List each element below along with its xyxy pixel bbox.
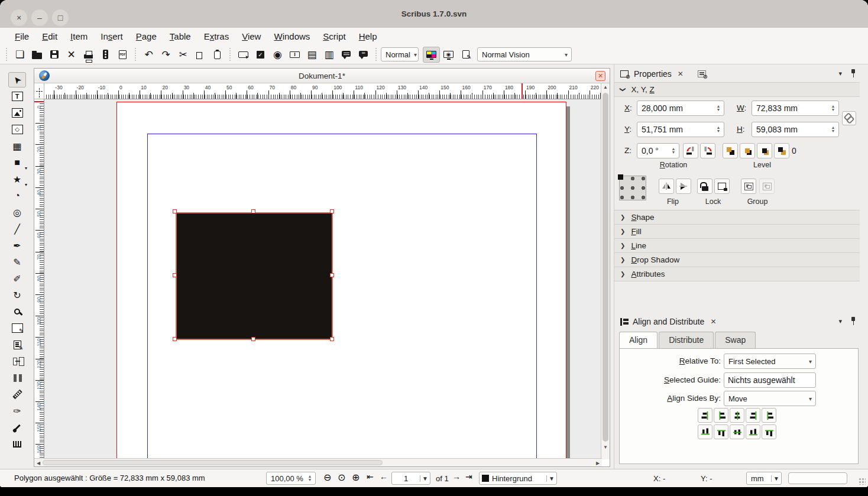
center-on-horizontal-axis-button[interactable] bbox=[730, 424, 744, 439]
vertical-scroll-thumb[interactable] bbox=[603, 93, 608, 442]
insert-line-tool[interactable]: ╱ bbox=[8, 221, 26, 236]
content-properties-tab-icon[interactable] bbox=[698, 70, 706, 77]
menu-view[interactable]: View bbox=[235, 28, 267, 45]
panel-menu-chevron-icon[interactable]: ▾ bbox=[838, 70, 842, 77]
link-annotation-button[interactable] bbox=[355, 47, 372, 63]
rotate-cw-button[interactable] bbox=[700, 143, 715, 158]
horizontal-scrollbar[interactable]: ◀ ▶ bbox=[34, 458, 602, 466]
spinner-arrows-icon[interactable]: ▲▼ bbox=[715, 101, 722, 115]
section-xyz-header[interactable]: ❯ X, Y, Z bbox=[614, 82, 860, 97]
toolbar-drag-handle[interactable] bbox=[134, 48, 138, 61]
lock-object-button[interactable] bbox=[697, 179, 712, 194]
horizontal-scroll-thumb[interactable] bbox=[43, 460, 383, 465]
panel-menu-chevron-icon[interactable]: ▾ bbox=[838, 317, 842, 325]
toolbar-drag-handle[interactable] bbox=[228, 48, 232, 61]
pin-panel-icon[interactable] bbox=[850, 69, 856, 77]
cut-button[interactable]: ✂ bbox=[174, 47, 192, 63]
pdf-list-box-button[interactable]: ▥ bbox=[320, 47, 338, 63]
scroll-down-icon[interactable]: ▼ bbox=[601, 445, 610, 450]
print-button[interactable] bbox=[80, 47, 97, 63]
insert-spiral-tool[interactable]: ◎ bbox=[8, 205, 26, 220]
vertical-scrollbar[interactable]: ▲ ▼ bbox=[601, 83, 610, 459]
flip-horizontal-button[interactable] bbox=[659, 179, 674, 194]
insert-arc-tool[interactable]: ◔ bbox=[8, 188, 26, 203]
menu-insert[interactable]: Insert bbox=[94, 28, 129, 45]
last-page-icon[interactable]: ⇥ bbox=[465, 472, 472, 481]
menu-file[interactable]: File bbox=[8, 28, 35, 45]
image-effects-mode-select[interactable]: Normal ▾ bbox=[381, 47, 419, 61]
zoom-out-icon[interactable]: ⊖ bbox=[323, 472, 331, 483]
measurements-tool[interactable] bbox=[8, 387, 26, 402]
align-right-to-left-of-anchor-button[interactable] bbox=[698, 408, 712, 423]
insert-image-frame-tool[interactable] bbox=[8, 105, 26, 121]
save-document-button[interactable] bbox=[46, 47, 63, 63]
tab-distribute[interactable]: Distribute bbox=[659, 332, 714, 348]
scroll-left-icon[interactable]: ◀ bbox=[35, 461, 41, 466]
menu-item[interactable]: Item bbox=[64, 28, 94, 45]
height-input[interactable]: 59,083 mm ▲▼ bbox=[752, 122, 839, 137]
align-bottom-edges-button[interactable] bbox=[746, 424, 760, 439]
keep-aspect-ratio-button[interactable] bbox=[842, 111, 856, 125]
text-annotation-button[interactable] bbox=[338, 47, 355, 63]
selection-handle[interactable] bbox=[173, 337, 177, 341]
pdf-combo-box-button[interactable]: ▤ bbox=[303, 47, 320, 63]
insert-calligraphic-line-tool[interactable]: ✐ bbox=[8, 271, 26, 286]
spinner-arrows-icon[interactable]: ▲▼ bbox=[830, 101, 837, 115]
vertical-ruler[interactable]: 0102030405060708090100110120130140150160 bbox=[34, 99, 44, 459]
select-item-tool[interactable]: ➤ bbox=[8, 72, 26, 87]
document-close-button[interactable]: ✕ bbox=[595, 71, 605, 81]
canvas[interactable] bbox=[44, 99, 602, 459]
preflight-verifier-button[interactable] bbox=[97, 47, 114, 63]
zoom-tool[interactable] bbox=[8, 304, 26, 319]
selection-handle[interactable] bbox=[251, 209, 255, 213]
rotate-ccw-button[interactable] bbox=[683, 143, 698, 158]
section-attributes-header[interactable]: ❯Attributes bbox=[614, 267, 860, 281]
selected-polygon-object[interactable] bbox=[176, 212, 333, 340]
edit-in-preview-mode-button[interactable] bbox=[457, 47, 474, 63]
menu-extras[interactable]: Extras bbox=[197, 28, 236, 45]
toggle-color-management-button[interactable] bbox=[423, 47, 440, 63]
page[interactable] bbox=[116, 102, 566, 459]
lock-size-button[interactable] bbox=[714, 179, 730, 194]
y-position-input[interactable]: 51,751 mm ▲▼ bbox=[637, 122, 724, 137]
rotate-item-tool[interactable]: ↻ bbox=[8, 287, 26, 303]
current-page-input[interactable]: 1 ▼ bbox=[391, 472, 430, 485]
document-title-bar[interactable]: Dokument-1* ✕ bbox=[34, 69, 610, 83]
export-pdf-button[interactable] bbox=[114, 47, 131, 63]
rotation-angle-input[interactable]: 0,0 ° ▲▼ bbox=[637, 143, 679, 158]
barcode-tool[interactable] bbox=[8, 436, 26, 452]
zoom-in-icon[interactable]: ⊕ bbox=[352, 472, 359, 483]
unit-select-arrow-icon[interactable]: ▼ bbox=[771, 475, 781, 482]
align-sides-by-select[interactable]: Move ▾ bbox=[724, 391, 816, 406]
lower-to-bottom-button[interactable] bbox=[774, 143, 789, 158]
insert-bezier-curve-tool[interactable]: ✒ bbox=[8, 238, 26, 253]
previous-page-icon[interactable]: ← bbox=[380, 472, 388, 481]
redo-button[interactable]: ↷ bbox=[157, 47, 174, 63]
align-right-sides-button[interactable] bbox=[746, 408, 760, 423]
align-top-to-bottom-of-anchor-button[interactable] bbox=[762, 424, 776, 439]
pdf-radio-button-button[interactable]: ◉ bbox=[269, 47, 286, 63]
basepoint-selector[interactable] bbox=[619, 176, 646, 200]
section-line-header[interactable]: ❯Line bbox=[614, 238, 860, 253]
visual-appearance-select[interactable]: Normal Vision ▾ bbox=[477, 47, 572, 61]
resize-grip[interactable] bbox=[859, 478, 866, 485]
pin-panel-icon[interactable] bbox=[850, 317, 856, 325]
selection-handle[interactable] bbox=[330, 273, 334, 277]
menu-edit[interactable]: Edit bbox=[35, 28, 64, 45]
preview-mode-button[interactable] bbox=[440, 47, 457, 63]
scroll-up-icon[interactable]: ▲ bbox=[601, 85, 610, 90]
flip-vertical-button[interactable] bbox=[676, 179, 691, 194]
align-left-to-right-of-anchor-button[interactable] bbox=[762, 408, 776, 423]
unlink-text-frames-tool[interactable] bbox=[8, 370, 26, 385]
selection-handle[interactable] bbox=[251, 337, 255, 341]
story-editor-tool[interactable] bbox=[8, 337, 26, 352]
group-objects-button[interactable] bbox=[741, 179, 756, 194]
raise-button[interactable] bbox=[740, 143, 755, 158]
edit-contents-tool[interactable] bbox=[8, 320, 26, 336]
close-align-panel-icon[interactable]: ✕ bbox=[710, 317, 716, 326]
spinner-arrows-icon[interactable]: ▲▼ bbox=[306, 472, 313, 484]
selection-handle[interactable] bbox=[173, 209, 177, 213]
eye-dropper-tool[interactable] bbox=[8, 420, 26, 435]
selected-guide-field[interactable]: Nichts ausgewählt bbox=[724, 372, 816, 388]
menu-page[interactable]: Page bbox=[129, 28, 163, 45]
